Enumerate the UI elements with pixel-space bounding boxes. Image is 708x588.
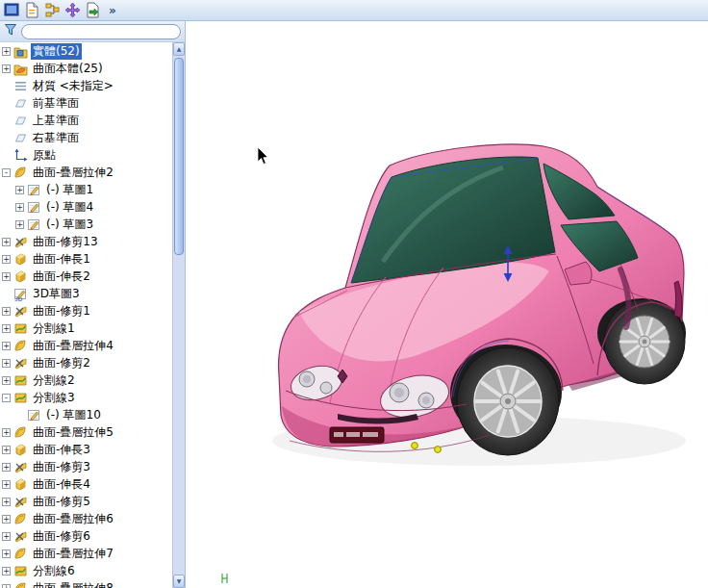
expand-box[interactable]: +	[2, 238, 11, 246]
expand-box[interactable]: +	[2, 64, 11, 73]
scroll-up-arrow[interactable]: ▲	[173, 42, 185, 56]
assembly-structure-icon[interactable]	[43, 1, 62, 19]
expander-spacer	[2, 99, 11, 108]
expand-box[interactable]: +	[2, 307, 11, 316]
expand-box[interactable]: +	[15, 220, 24, 229]
expander-spacer	[15, 411, 24, 420]
feature-tree: +實體(52)+曲面本體(25)材質 <未指定>前基準面上基準面右基準面原點-曲…	[0, 42, 172, 588]
expand-box[interactable]: +	[2, 498, 11, 506]
expand-box[interactable]: +	[2, 515, 11, 524]
filter-funnel-icon[interactable]	[4, 22, 17, 40]
window-icon[interactable]	[3, 1, 21, 19]
fog-point-2[interactable]	[435, 447, 442, 453]
import-export-icon[interactable]	[84, 1, 102, 19]
tree-item[interactable]: +曲面-修剪13	[0, 233, 172, 250]
loft-icon	[13, 166, 28, 180]
tree-item-label: 曲面-伸長4	[31, 476, 92, 493]
expander-spacer	[2, 290, 11, 298]
tree-item-label: 曲面-修剪6	[31, 528, 92, 545]
fog-point-1[interactable]	[412, 443, 418, 449]
tree-item[interactable]: 上基準面	[0, 112, 172, 129]
expand-box[interactable]: +	[2, 480, 11, 489]
sketch3d-icon: 3D	[13, 287, 28, 301]
expand-box[interactable]: +	[2, 532, 11, 541]
tree-item[interactable]: +曲面-修剪1	[0, 302, 172, 320]
tree-item[interactable]: -分割線3	[0, 389, 172, 406]
tree-item[interactable]: +曲面-修剪6	[0, 527, 172, 545]
expand-box[interactable]: +	[2, 47, 11, 56]
tree-item[interactable]: +分割線1	[0, 320, 172, 337]
tree-item[interactable]: +曲面本體(25)	[0, 60, 172, 77]
tree-item[interactable]: +曲面-疊層拉伸7	[0, 545, 172, 562]
tree-item[interactable]: -曲面-疊層拉伸2	[0, 164, 172, 181]
expand-box[interactable]: +	[2, 584, 11, 588]
tree-item[interactable]: 材質 <未指定>	[0, 77, 172, 94]
tree-item-label: 3D草圖3	[31, 286, 82, 302]
expand-box[interactable]: +	[2, 272, 11, 281]
tree-item[interactable]: +曲面-修剪3	[0, 458, 172, 475]
graphics-viewport[interactable]	[186, 21, 708, 588]
tree-item[interactable]: 前基準面	[0, 94, 172, 112]
loft-icon	[13, 425, 28, 440]
new-document-icon[interactable]	[23, 1, 41, 19]
tree-item[interactable]: (-) 草圖10	[0, 406, 172, 423]
extrude-icon	[13, 252, 28, 267]
split-icon	[13, 373, 28, 388]
car-model[interactable]	[186, 21, 708, 588]
surface-folder-icon	[13, 62, 28, 76]
tree-item[interactable]: 右基準面	[0, 129, 172, 146]
tree-item[interactable]: +曲面-疊層拉伸5	[0, 423, 172, 441]
tree-item[interactable]: +曲面-疊層拉伸6	[0, 510, 172, 527]
tree-item[interactable]: +曲面-疊層拉伸4	[0, 337, 172, 354]
tree-item-label: 分割線1	[31, 320, 77, 337]
collapse-box[interactable]: -	[2, 394, 11, 402]
tree-item[interactable]: +曲面-修剪5	[0, 493, 172, 510]
expand-box[interactable]: +	[2, 550, 11, 558]
expand-box[interactable]: +	[2, 567, 11, 575]
expander-spacer	[2, 116, 11, 125]
tree-item[interactable]: +(-) 草圖1	[0, 181, 172, 198]
move-component-icon[interactable]	[63, 1, 82, 19]
tree-item-label: 曲面-伸長1	[31, 251, 92, 268]
expand-box[interactable]: +	[2, 428, 11, 437]
tree-item-label: 曲面-疊層拉伸8	[31, 580, 115, 588]
sketch-icon	[27, 217, 41, 232]
scroll-down-arrow[interactable]: ▼	[173, 575, 185, 588]
loft-icon	[13, 512, 28, 526]
tree-filter-input[interactable]	[21, 24, 181, 39]
tree-item-label: 分割線3	[31, 390, 77, 406]
expand-box[interactable]: +	[2, 342, 11, 350]
plane-icon	[13, 114, 28, 128]
tree-item[interactable]: +曲面-伸長3	[0, 441, 172, 458]
tree-item[interactable]: +分割線2	[0, 371, 172, 389]
expand-box[interactable]: +	[15, 186, 24, 194]
collapse-box[interactable]: -	[2, 168, 11, 177]
tree-item[interactable]: +(-) 草圖4	[0, 198, 172, 216]
tree-item[interactable]: +分割線6	[0, 562, 172, 579]
toolbar-overflow-chevron[interactable]: »	[109, 4, 116, 17]
expand-box[interactable]: +	[2, 376, 11, 385]
expand-box[interactable]: +	[2, 324, 11, 333]
scrollbar-thumb[interactable]	[174, 58, 184, 255]
expand-box[interactable]: +	[2, 255, 11, 264]
loft-icon	[13, 339, 28, 353]
tree-item[interactable]: +曲面-伸長2	[0, 268, 172, 285]
tree-item[interactable]: +曲面-疊層拉伸8	[0, 579, 172, 588]
expand-box[interactable]: +	[2, 463, 11, 472]
tree-item[interactable]: +曲面-伸長1	[0, 250, 172, 268]
expand-box[interactable]: +	[15, 203, 24, 212]
tree-item[interactable]: +曲面-修剪2	[0, 354, 172, 371]
trim-icon	[13, 529, 28, 544]
tree-item[interactable]: +曲面-伸長4	[0, 475, 172, 493]
tree-item-label: 右基準面	[31, 130, 81, 146]
sketch-icon	[27, 200, 41, 215]
tree-item[interactable]: +(-) 草圖3	[0, 216, 172, 233]
tree-scrollbar[interactable]: ▲ ▼	[172, 42, 185, 588]
tree-item-label: 曲面-修剪5	[31, 494, 92, 510]
tree-item[interactable]: 3D3D草圖3	[0, 285, 172, 302]
tree-item[interactable]: 原點	[0, 146, 172, 164]
expand-box[interactable]: +	[2, 446, 11, 454]
extrude-icon	[13, 443, 28, 457]
expand-box[interactable]: +	[2, 359, 11, 368]
tree-item[interactable]: +實體(52)	[0, 42, 172, 60]
